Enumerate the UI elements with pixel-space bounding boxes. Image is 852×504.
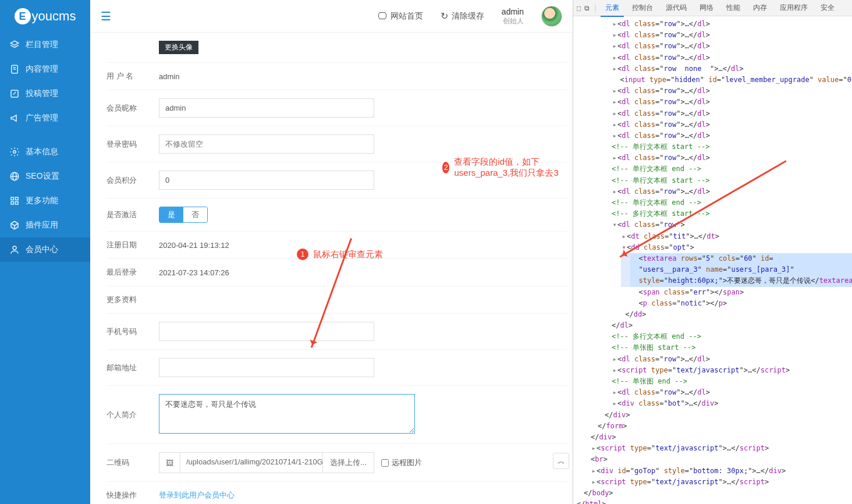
grid-icon (9, 196, 20, 206)
nav-seo[interactable]: SEO设置 (0, 164, 90, 189)
points-input[interactable] (159, 171, 374, 190)
scroll-top-button[interactable]: ︽ (553, 453, 569, 469)
svg-point-17 (13, 246, 16, 250)
clear-cache-link[interactable]: ↻清除缓存 (441, 10, 484, 22)
password-label: 登录密码 (106, 139, 159, 150)
svg-rect-10 (16, 197, 19, 200)
tab-performance[interactable]: 性能 (722, 0, 745, 16)
devtools-tabs: ⬚ ⧉ | 元素 控制台 源代码 网络 性能 内存 应用程序 安全 (573, 0, 852, 16)
bio-textarea[interactable] (159, 394, 415, 434)
qrcode-path-box: 🖼 /uploads/user/1/allimg/20210714/1-210G… (159, 452, 374, 473)
layers-icon (9, 40, 20, 50)
mobile-input[interactable] (159, 322, 374, 341)
inspect-icon[interactable]: ⬚ (577, 4, 581, 12)
remote-image-checkbox[interactable]: 远程图片 (381, 457, 422, 468)
monitor-icon: 🖵 (378, 11, 387, 22)
file-icon (9, 64, 20, 74)
lastlogin-label: 最后登录 (106, 267, 159, 278)
selected-element[interactable]: <textarea rows="5" cols="60" id= "users_… (630, 253, 852, 287)
qrcode-path: /uploads/user/1/allimg/20210714/1-210G (180, 453, 322, 473)
svg-rect-12 (16, 202, 19, 205)
svg-line-14 (11, 223, 15, 226)
regdate-label: 注册日期 (106, 240, 159, 250)
password-input[interactable] (159, 134, 374, 154)
email-input[interactable] (159, 358, 374, 377)
annotation-2: 2查看字段的id值，如下users_para_3,我们只拿去3 (442, 157, 573, 179)
devtools-elements-tree[interactable]: ▸<dl class="row">…</dl> ▸<dl class="row"… (573, 16, 852, 504)
active-label: 是否激活 (106, 210, 159, 220)
brand-logo: Eyoucms (0, 0, 90, 33)
avatar[interactable] (541, 6, 562, 27)
svg-point-5 (13, 151, 16, 154)
nickname-label: 会员昵称 (106, 103, 159, 113)
nav-member-center[interactable]: 会员中心 (0, 237, 90, 262)
refresh-icon: ↻ (441, 10, 448, 22)
logo-icon: E (15, 8, 31, 24)
tab-security[interactable]: 安全 (816, 0, 839, 16)
megaphone-icon (9, 113, 20, 123)
nav-basic-info[interactable]: 基本信息 (0, 140, 90, 164)
edit-icon (9, 88, 20, 99)
tab-elements[interactable]: 元素 (601, 0, 624, 17)
hamburger-icon[interactable]: ☰ (101, 9, 111, 23)
tab-console[interactable]: 控制台 (627, 0, 658, 16)
content-area: 更换头像 用 户 名admin 会员昵称 登录密码 会员积分 是否激活是否 注册… (90, 33, 573, 504)
tab-memory[interactable]: 内存 (748, 0, 772, 16)
user-info[interactable]: admin 创始人 (502, 6, 524, 26)
device-icon[interactable]: ⧉ (584, 4, 590, 12)
topbar: ☰ 🖵网站首页 ↻清除缓存 admin 创始人 (90, 0, 573, 33)
active-toggle[interactable]: 是否 (159, 207, 208, 223)
upload-button[interactable]: 选择上传... (322, 453, 374, 473)
bio-label: 个人简介 (106, 410, 159, 420)
user-role: 创始人 (503, 17, 524, 26)
quick-label: 快捷操作 (106, 490, 159, 501)
tab-network[interactable]: 网络 (695, 0, 718, 16)
svg-rect-9 (11, 197, 14, 200)
cube-icon (9, 220, 20, 230)
regdate-value: 2020-04-21 19:13:12 (159, 241, 229, 250)
active-no-button[interactable]: 否 (183, 207, 207, 222)
nav-contribute[interactable]: 投稿管理 (0, 81, 90, 106)
tab-sources[interactable]: 源代码 (661, 0, 691, 16)
image-icon: 🖼 (159, 453, 180, 473)
site-home-link[interactable]: 🖵网站首页 (378, 11, 423, 22)
username-label: 用 户 名 (106, 71, 159, 81)
sidebar: Eyoucms 栏目管理 内容管理 投稿管理 广告管理 基本信息 SEO设置 更… (0, 0, 90, 504)
nav-ads[interactable]: 广告管理 (0, 106, 90, 130)
mobile-label: 手机号码 (106, 326, 159, 337)
annotation-1: 1鼠标右键审查元素 (297, 249, 383, 260)
active-yes-button[interactable]: 是 (159, 207, 183, 222)
nav-more[interactable]: 更多功能 (0, 189, 90, 213)
change-avatar-button[interactable]: 更换头像 (159, 41, 198, 54)
nav-columns[interactable]: 栏目管理 (0, 33, 90, 57)
devtools-panel: ⬚ ⧉ | 元素 控制台 源代码 网络 性能 内存 应用程序 安全 ▸<dl c… (573, 0, 852, 504)
nickname-input[interactable] (159, 98, 374, 118)
login-as-user-link[interactable]: 登录到此用户会员中心 (159, 491, 235, 499)
more-info-label: 更多资料 (106, 294, 159, 305)
user-name: admin (502, 6, 524, 17)
username-value: admin (159, 72, 179, 81)
svg-rect-11 (11, 202, 14, 205)
tab-application[interactable]: 应用程序 (775, 0, 812, 16)
globe-icon (9, 171, 20, 182)
nav-plugins[interactable]: 插件应用 (0, 213, 90, 237)
nav-content[interactable]: 内容管理 (0, 57, 90, 81)
points-label: 会员积分 (106, 175, 159, 186)
svg-line-15 (15, 223, 18, 226)
svg-marker-0 (10, 41, 19, 45)
qrcode-label: 二维码 (106, 457, 159, 468)
user-icon (9, 244, 20, 255)
lastlogin-value: 2021-07-23 14:07:26 (159, 268, 229, 277)
gear-icon (9, 147, 20, 157)
email-label: 邮箱地址 (106, 363, 159, 373)
